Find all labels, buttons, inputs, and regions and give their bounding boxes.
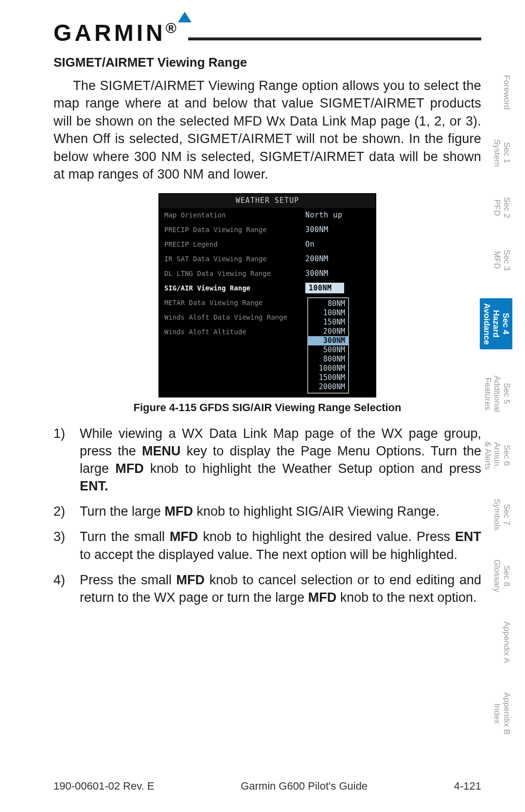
device-row: Winds Aloft Data Viewing Range xyxy=(159,310,305,325)
footer-center: Garmin G600 Pilot's Guide xyxy=(241,780,368,793)
section-tab[interactable]: Sec 5 Additional Features xyxy=(480,373,512,415)
step-list: 1)While viewing a WX Data Link Map page … xyxy=(53,425,481,607)
device-row-label: METAR Data Viewing Range xyxy=(159,299,305,307)
device-row-label: Map Orientation xyxy=(159,211,305,219)
dropdown-option[interactable]: 80NM xyxy=(308,299,348,308)
section-tab[interactable]: Appendix B Index xyxy=(480,689,512,738)
device-row-label: SIG/AIR Viewing Range xyxy=(159,284,305,292)
range-dropdown[interactable]: 80NM100NM150NM200NM300NM500NM800NM1000NM… xyxy=(307,297,349,394)
step-text: Press the small MFD knob to cancel selec… xyxy=(80,571,481,606)
figure-caption: Figure 4-115 GFDS SIG/AIR Viewing Range … xyxy=(53,401,481,414)
device-row: IR SAT Data Viewing Range xyxy=(159,252,305,266)
step-text: While viewing a WX Data Link Map page of… xyxy=(80,425,481,495)
device-row: SIG/AIR Viewing Range xyxy=(159,281,305,295)
section-tab[interactable]: Sec 4 Hazard Avoidance xyxy=(480,298,512,349)
device-row-value-cell: 200NM xyxy=(305,252,375,266)
device-row-value-cell: 100NM xyxy=(305,281,375,295)
section-tab[interactable]: Sec 2 PFD xyxy=(480,193,512,222)
step-number: 1) xyxy=(53,425,80,495)
device-title: WEATHER SETUP xyxy=(159,194,375,208)
device-row: DL LTNG Data Viewing Range xyxy=(159,266,305,281)
device-row-label: DL LTNG Data Viewing Range xyxy=(159,270,305,277)
device-row-value-cell: 300NM xyxy=(305,266,375,281)
logo-caret-icon xyxy=(178,12,192,22)
intro-paragraph: The SIGMET/AIRMET Viewing Range option a… xyxy=(53,77,481,183)
dropdown-option[interactable]: 200NM xyxy=(308,327,348,336)
section-tab[interactable]: Sec 8 Glossary xyxy=(480,557,512,595)
device-row: METAR Data Viewing Range xyxy=(159,295,305,310)
dropdown-option[interactable]: 2000NM xyxy=(308,382,348,392)
garmin-logo: GARMIN® xyxy=(53,15,179,46)
device-row: PRECIP Legend xyxy=(159,237,305,252)
logo-text: GARMIN xyxy=(53,20,166,46)
dropdown-option[interactable]: 300NM xyxy=(308,336,348,345)
device-row-value: 100NM xyxy=(305,283,344,293)
device-row-label: IR SAT Data Viewing Range xyxy=(159,255,305,263)
section-tab[interactable]: Appendix A xyxy=(480,618,512,666)
dropdown-option[interactable]: 1000NM xyxy=(308,364,348,373)
device-row-value: 200NM xyxy=(305,254,344,263)
header: GARMIN® xyxy=(53,15,481,46)
footer-right: 4-121 xyxy=(454,780,481,793)
step-number: 2) xyxy=(53,503,80,520)
step: 1)While viewing a WX Data Link Map page … xyxy=(53,425,481,495)
device-row-value: 300NM xyxy=(305,225,344,234)
step-number: 3) xyxy=(53,528,80,563)
section-tab[interactable]: Sec 6 Annun. & Alerts xyxy=(480,438,512,473)
dropdown-option[interactable]: 100NM xyxy=(308,308,348,318)
device-row-value: 300NM xyxy=(305,269,344,278)
step: 2)Turn the large MFD knob to highlight S… xyxy=(53,503,481,520)
section-tabs: ForewordSec 1 SystemSec 2 PFDSec 3 MFDSe… xyxy=(480,72,512,738)
device-row: PRECIP Data Viewing Range xyxy=(159,222,305,237)
device-row-value-cell: On xyxy=(305,237,375,252)
dropdown-option[interactable]: 150NM xyxy=(308,318,348,327)
dropdown-option[interactable]: 1500NM xyxy=(308,373,348,382)
device-row-label: PRECIP Data Viewing Range xyxy=(159,226,305,234)
section-tab[interactable]: Sec 1 System xyxy=(480,136,512,170)
device-row-value: On xyxy=(305,240,344,249)
section-heading: SIGMET/AIRMET Viewing Range xyxy=(53,55,481,70)
step-text: Turn the small MFD knob to highlight the… xyxy=(80,528,481,563)
device-row-label: Winds Aloft Data Viewing Range xyxy=(159,313,305,321)
device-row-label: PRECIP Legend xyxy=(159,240,305,248)
device-row-value: North up xyxy=(305,211,344,219)
device-screenshot: WEATHER SETUP Map OrientationPRECIP Data… xyxy=(158,193,376,397)
dropdown-option[interactable]: 800NM xyxy=(308,355,348,364)
header-rule xyxy=(188,37,481,40)
step-text: Turn the large MFD knob to highlight SIG… xyxy=(80,503,481,520)
section-tab[interactable]: Foreword xyxy=(480,72,512,113)
device-row: Map Orientation xyxy=(159,208,305,222)
step: 4)Press the small MFD knob to cancel sel… xyxy=(53,571,481,606)
section-tab[interactable]: Sec 7 Symbols xyxy=(480,496,512,533)
device-row-label: Winds Aloft Altitude xyxy=(159,328,305,336)
device-row-value-cell: 300NM xyxy=(305,222,375,237)
footer-left: 190-00601-02 Rev. E xyxy=(53,780,155,793)
step: 3)Turn the small MFD knob to highlight t… xyxy=(53,528,481,563)
step-number: 4) xyxy=(53,571,80,606)
page-footer: 190-00601-02 Rev. E Garmin G600 Pilot's … xyxy=(53,780,481,793)
section-tab[interactable]: Sec 3 MFD xyxy=(480,246,512,275)
dropdown-option[interactable]: 500NM xyxy=(308,345,348,355)
device-row-value-cell: North up xyxy=(305,208,375,222)
device-row: Winds Aloft Altitude xyxy=(159,325,305,339)
